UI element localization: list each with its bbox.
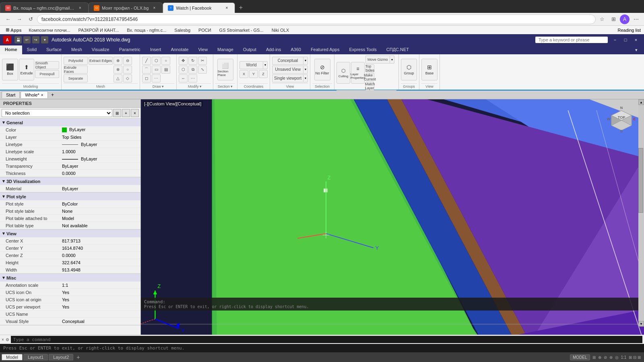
prop-btn2[interactable]: +: [122, 109, 130, 117]
minimize-btn[interactable]: −: [610, 36, 620, 43]
address-bar[interactable]: facebook.com/watch/?v=3122818747954546: [37, 14, 596, 24]
bool-subtract[interactable]: ⊖: [123, 57, 132, 65]
layer-props-tool[interactable]: ≡ Layer Properties: [351, 62, 365, 84]
misc-header[interactable]: ▾ Misc: [0, 274, 140, 282]
group-tool[interactable]: ⬡ Group: [401, 59, 417, 80]
stretch-tool[interactable]: ↔: [179, 74, 188, 82]
viewport-btn[interactable]: Single viewport: [272, 74, 303, 82]
trim-tool[interactable]: ✂: [198, 57, 207, 65]
ribbon-tab-express[interactable]: Express Tools: [344, 45, 381, 54]
rotate-tool[interactable]: ↻: [188, 57, 197, 65]
move-gizmo-tool[interactable]: Move Gizmo: [365, 56, 390, 64]
ribbon-tab-parametric[interactable]: Parametric: [114, 45, 145, 54]
ribbon-tab-home[interactable]: Home: [0, 45, 22, 54]
prop-btn3[interactable]: ×: [131, 109, 139, 117]
viewport-3d[interactable]: [-][Custom View][Conceptual]: [141, 99, 644, 335]
ucs1[interactable]: X: [239, 70, 248, 78]
tab3-close[interactable]: ×: [223, 5, 230, 11]
move-tool[interactable]: ✥: [179, 57, 188, 65]
world-btn[interactable]: World: [239, 61, 263, 69]
bool-union[interactable]: ⊕: [114, 57, 122, 65]
ucs3[interactable]: Z: [259, 70, 268, 78]
ribbon-tab-a360[interactable]: A360: [286, 45, 306, 54]
general-header[interactable]: ▾ General: [0, 119, 140, 126]
ucs2[interactable]: Y: [249, 70, 258, 78]
view-name-btn[interactable]: Unsaved View: [272, 66, 303, 74]
new-tab-button[interactable]: +: [235, 2, 246, 13]
ribbon-tab-view[interactable]: View: [193, 45, 213, 54]
cmd-close-btn[interactable]: ×: [2, 337, 4, 342]
arc-tool[interactable]: ⌒: [142, 66, 151, 74]
layout2-tab[interactable]: Layout2: [49, 354, 73, 360]
extract-edges-tool[interactable]: Extract Edges: [89, 57, 113, 65]
make-current-tool[interactable]: Make Current: [365, 73, 374, 81]
ribbon-tab-solid[interactable]: Solid: [22, 45, 41, 54]
viewport-arrow[interactable]: ▾: [303, 74, 308, 82]
bookmark-sales[interactable]: Salesbg: [171, 27, 194, 33]
mirror-tool[interactable]: ⬡: [179, 66, 188, 74]
viz3d-header[interactable]: ▾ 3D Visualization: [0, 177, 140, 185]
new-layout-btn[interactable]: +: [74, 354, 82, 361]
ribbon-tab-featured[interactable]: Featured Apps: [306, 45, 345, 54]
extrude-faces-tool[interactable]: Extrude Faces: [64, 66, 88, 74]
visual-style-btn[interactable]: Conceptual: [272, 57, 303, 65]
bookmark-gs[interactable]: GS Stroimarket - GS...: [216, 27, 267, 33]
world-arrow[interactable]: ▾: [263, 61, 268, 69]
solid-icon1[interactable]: ○: [123, 66, 132, 74]
forward-button[interactable]: →: [14, 14, 24, 24]
extrude-tool[interactable]: ⬆ Extrude: [19, 59, 34, 80]
ribbon-tab-visualize[interactable]: Visualize: [87, 45, 114, 54]
view-name-arrow[interactable]: ▾: [303, 66, 308, 74]
rect-tool[interactable]: ▭: [152, 66, 161, 74]
model-tab[interactable]: Model: [2, 354, 23, 360]
tab1-close[interactable]: ×: [77, 5, 83, 11]
refresh-button[interactable]: ↺: [26, 14, 35, 24]
bookmark-star[interactable]: ☆: [597, 14, 607, 24]
visual-style-arrow[interactable]: ▾: [303, 57, 308, 65]
nav-cube-container[interactable]: TOP N E W S: [605, 103, 638, 136]
user-account[interactable]: A: [620, 14, 630, 24]
bookmark-kompozit[interactable]: Композитни плочи...: [26, 27, 74, 33]
qsave-btn[interactable]: 💾: [14, 36, 22, 43]
scroll-down-btn[interactable]: ▼: [638, 321, 644, 327]
back-button[interactable]: ←: [3, 14, 13, 24]
reading-list-btn[interactable]: Reading list: [618, 28, 641, 33]
scroll-up-btn[interactable]: ▲: [638, 99, 644, 105]
box-tool[interactable]: ⬛ Box: [2, 59, 18, 80]
polysolid-tool[interactable]: Polysolid: [64, 57, 88, 65]
layout1-tab[interactable]: Layout1: [23, 354, 48, 360]
ribbon-tab-addins[interactable]: Add-ins: [261, 45, 286, 54]
poly-tool[interactable]: ⬡: [152, 57, 161, 65]
doc-whole-tab[interactable]: Whole* ×: [21, 91, 47, 98]
command-input[interactable]: [11, 336, 642, 343]
ribbon-tab-annotate[interactable]: Annotate: [166, 45, 193, 54]
move-gizmo-arrow[interactable]: ▾: [390, 56, 394, 64]
separate-tool[interactable]: Separate: [64, 74, 88, 82]
culling-tool[interactable]: ⬡ Culling: [336, 62, 350, 84]
draw-more[interactable]: ⋯: [152, 74, 161, 82]
ribbon-tab-insert[interactable]: Insert: [145, 45, 166, 54]
bookmark-niki[interactable]: Niki OLX: [268, 27, 292, 33]
undo-btn[interactable]: ↩: [23, 36, 31, 43]
browser-tab-2[interactable]: O Моят профил - OLX.bg ×: [89, 2, 163, 13]
model-label[interactable]: MODEL: [570, 354, 590, 360]
browser-settings[interactable]: ⋯: [631, 14, 641, 24]
solid-icon2[interactable]: △: [114, 74, 122, 82]
hatch-tool[interactable]: ▤: [161, 66, 170, 74]
more-tools-btn[interactable]: ▾: [41, 36, 48, 43]
close-btn[interactable]: ×: [631, 36, 641, 43]
match-layer-tool[interactable]: Match Layer: [365, 82, 374, 90]
browser-extensions[interactable]: ⊞: [609, 14, 618, 24]
base-tool[interactable]: ⊞ Base: [421, 59, 438, 80]
top-sides-tool[interactable]: Top Sides: [365, 64, 374, 72]
bookmark-rosi[interactable]: РОСИ: [195, 27, 215, 33]
doc-start-tab[interactable]: Start: [2, 91, 20, 98]
modify-more[interactable]: ⋯: [188, 74, 197, 82]
ribbon-tab-surface[interactable]: Surface: [41, 45, 66, 54]
smooth-object-tool[interactable]: Smooth Object: [35, 61, 59, 69]
scale-tool[interactable]: ⤡: [198, 66, 207, 74]
autocad-search[interactable]: [535, 37, 608, 43]
scroll-thumb[interactable]: [638, 148, 643, 213]
presspull-tool[interactable]: Presspull: [35, 70, 59, 78]
redo-btn[interactable]: ↪: [32, 36, 39, 43]
